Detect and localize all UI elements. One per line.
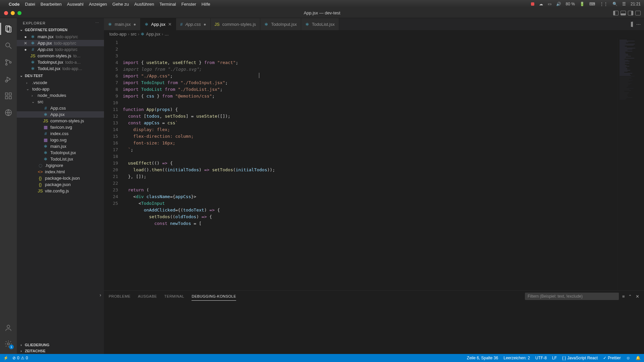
battery-percent[interactable]: 80 % — [566, 2, 575, 6]
menu-anzeigen[interactable]: Anzeigen — [89, 2, 107, 7]
menu-ausfuehren[interactable]: Ausführen — [134, 2, 154, 7]
keyboard-icon[interactable]: ⌨︎ — [589, 2, 595, 6]
menu-datei[interactable]: Datei — [25, 2, 35, 7]
macos-menubar: Code Datei Bearbeiten Auswahl Anzeigen G… — [0, 0, 644, 8]
app-name[interactable]: Code — [9, 2, 20, 7]
menu-terminal[interactable]: Terminal — [160, 2, 176, 7]
menu-auswahl[interactable]: Auswahl — [67, 2, 84, 7]
menu-hilfe[interactable]: Hilfe — [202, 2, 210, 7]
wifi-icon[interactable]: ⋮⋮ — [600, 2, 608, 6]
search-icon[interactable]: 🔍 — [612, 2, 618, 6]
display-icon[interactable]: ▭ — [548, 2, 551, 6]
volume-icon[interactable]: 🔊 — [556, 2, 561, 6]
cloud-icon[interactable]: ☁︎ — [539, 2, 543, 6]
menu-gehezu[interactable]: Gehe zu — [112, 2, 129, 7]
battery-icon[interactable]: 🔋 — [580, 2, 585, 6]
menu-bearbeiten[interactable]: Bearbeiten — [41, 2, 62, 7]
control-center-icon[interactable]: ☰ — [622, 2, 626, 6]
menu-fenster[interactable]: Fenster — [181, 2, 196, 7]
recording-icon[interactable] — [531, 2, 534, 6]
clock[interactable]: 21:21 — [631, 2, 641, 6]
